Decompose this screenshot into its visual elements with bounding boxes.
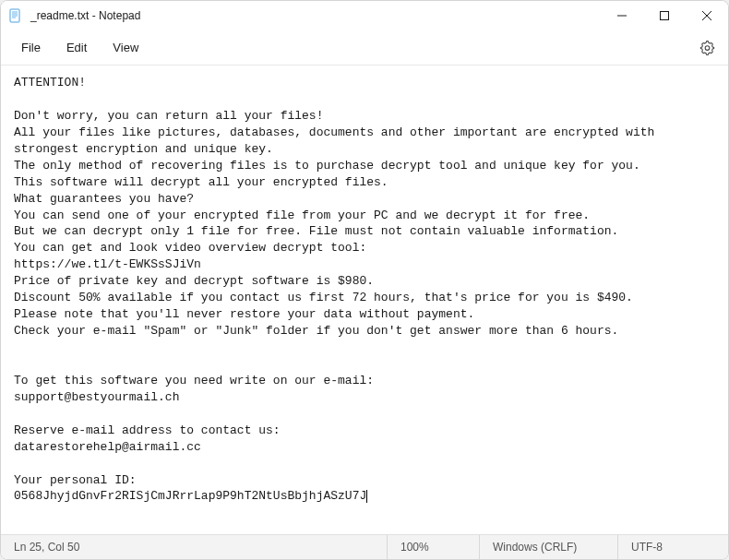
document-text: ATTENTION! Don't worry, you can return a…: [14, 76, 662, 503]
window-controls: [601, 1, 728, 30]
menu-view[interactable]: View: [100, 35, 151, 60]
menubar-left: File Edit View: [8, 35, 151, 60]
menubar: File Edit View: [1, 30, 728, 66]
menu-edit[interactable]: Edit: [54, 35, 100, 60]
statusbar: Ln 25, Col 50 100% Windows (CRLF) UTF-8: [1, 534, 728, 559]
minimize-button[interactable]: [601, 1, 643, 30]
settings-button[interactable]: [694, 34, 721, 61]
minimize-icon: [617, 11, 627, 20]
status-encoding: UTF-8: [617, 535, 728, 559]
titlebar: _readme.txt - Notepad: [1, 1, 728, 30]
status-zoom[interactable]: 100%: [387, 535, 479, 559]
maximize-button[interactable]: [643, 1, 686, 30]
status-cursor-position: Ln 25, Col 50: [1, 535, 387, 559]
window-title: _readme.txt - Notepad: [30, 9, 601, 22]
notepad-app-icon: [8, 8, 23, 23]
close-icon: [702, 11, 711, 20]
text-editor-content[interactable]: ATTENTION! Don't worry, you can return a…: [1, 66, 728, 534]
close-button[interactable]: [686, 1, 728, 30]
status-line-ending: Windows (CRLF): [479, 535, 617, 559]
text-caret: [366, 490, 367, 503]
notepad-window: _readme.txt - Notepad File Edit View A: [0, 0, 729, 560]
svg-point-9: [705, 46, 710, 51]
maximize-icon: [660, 11, 669, 20]
gear-icon: [699, 40, 715, 55]
svg-rect-6: [661, 12, 669, 20]
menu-file[interactable]: File: [8, 35, 54, 60]
